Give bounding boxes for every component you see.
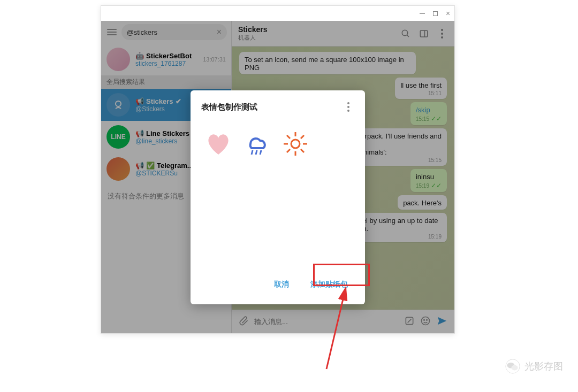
svg-line-10: [252, 150, 253, 155]
window-close-button[interactable]: ×: [445, 10, 451, 17]
sticker-heart[interactable]: [203, 129, 233, 159]
window-minimize-button[interactable]: [419, 10, 425, 17]
more-icon[interactable]: [343, 101, 354, 113]
modal-title: 表情包制作测试: [201, 102, 257, 112]
window-titlebar: ×: [101, 6, 454, 21]
watermark: 光影存图: [505, 359, 563, 374]
svg-line-11: [256, 150, 257, 155]
window-maximize-button[interactable]: [432, 10, 438, 17]
svg-line-21: [287, 149, 290, 152]
modal-overlay[interactable]: 表情包制作测试 取消 添加贴纸包: [101, 21, 454, 333]
svg-line-12: [260, 150, 261, 155]
sticker-pack-modal: 表情包制作测试 取消 添加贴纸包: [191, 90, 365, 304]
watermark-text: 光影存图: [524, 360, 563, 373]
cancel-button[interactable]: 取消: [268, 275, 295, 294]
svg-line-18: [287, 135, 290, 139]
svg-point-13: [291, 140, 300, 148]
add-sticker-pack-button[interactable]: 添加贴纸包: [304, 275, 354, 294]
sticker-sun[interactable]: [280, 129, 310, 159]
sticker-grid: [201, 113, 354, 175]
wechat-icon: [505, 359, 520, 374]
svg-line-19: [301, 149, 304, 152]
svg-point-25: [511, 365, 518, 371]
sticker-raincloud[interactable]: [242, 129, 272, 159]
svg-line-20: [301, 135, 304, 139]
app-window: × × 🤖StickerSetBot stickers_1761287 13:0…: [101, 5, 455, 334]
